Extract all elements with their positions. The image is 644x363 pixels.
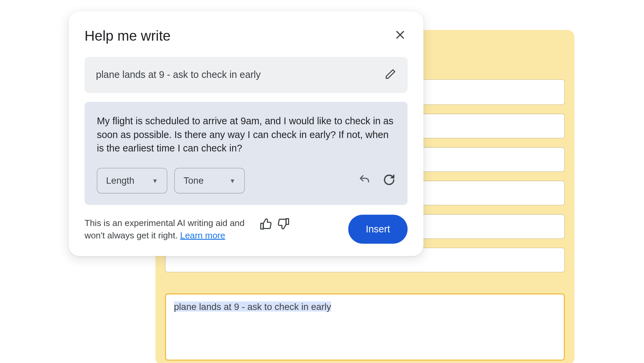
length-label: Length bbox=[106, 175, 134, 186]
thumb-up-button[interactable] bbox=[260, 218, 272, 232]
insert-button[interactable]: Insert bbox=[348, 215, 408, 244]
generated-text: My flight is scheduled to arrive at 9am,… bbox=[97, 114, 395, 155]
close-button[interactable] bbox=[393, 27, 408, 44]
generated-result-box: My flight is scheduled to arrive at 9am,… bbox=[85, 102, 408, 205]
undo-icon bbox=[358, 174, 371, 188]
message-textarea[interactable]: plane lands at 9 - ask to check in early… bbox=[165, 293, 565, 360]
thumb-down-button[interactable] bbox=[277, 218, 290, 232]
close-icon bbox=[394, 29, 406, 43]
dialog-title: Help me write bbox=[85, 28, 171, 44]
thumb-down-icon bbox=[277, 218, 290, 232]
tone-dropdown[interactable]: Tone ▼ bbox=[174, 168, 245, 193]
edit-prompt-button[interactable] bbox=[385, 68, 396, 81]
disclaimer-text: This is an experimental AI writing aid a… bbox=[85, 217, 252, 241]
prompt-text: plane lands at 9 - ask to check in early bbox=[96, 69, 261, 81]
redo-icon bbox=[383, 174, 395, 188]
regenerate-button[interactable] bbox=[383, 174, 395, 188]
tone-label: Tone bbox=[183, 175, 204, 186]
thumb-up-icon bbox=[260, 218, 272, 232]
undo-button[interactable] bbox=[358, 174, 371, 188]
length-dropdown[interactable]: Length ▼ bbox=[97, 168, 167, 193]
chevron-down-icon: ▼ bbox=[152, 177, 158, 184]
pencil-icon bbox=[385, 74, 396, 81]
learn-more-link[interactable]: Learn more bbox=[180, 230, 225, 240]
prompt-box: plane lands at 9 - ask to check in early bbox=[85, 57, 408, 93]
chevron-down-icon: ▼ bbox=[229, 177, 235, 184]
help-me-write-dialog: Help me write plane lands at 9 - ask to … bbox=[69, 11, 424, 256]
textarea-highlighted-text: plane lands at 9 - ask to check in early bbox=[174, 302, 331, 312]
